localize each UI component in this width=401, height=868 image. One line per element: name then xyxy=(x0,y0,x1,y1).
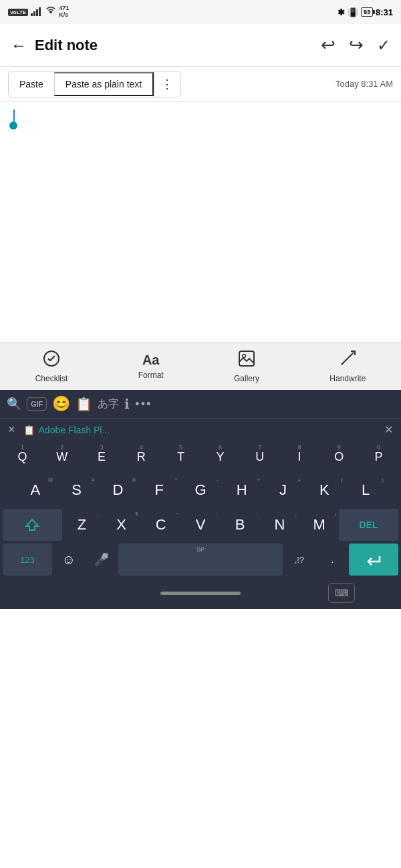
checklist-icon xyxy=(43,350,60,371)
format-label: Format xyxy=(138,371,164,380)
key-z[interactable]: -Z xyxy=(62,509,102,541)
home-indicator[interactable] xyxy=(160,592,241,595)
key-c[interactable]: "C xyxy=(141,509,180,541)
shift-key[interactable] xyxy=(3,509,62,541)
key-l[interactable]: )L xyxy=(345,474,386,506)
wifi-signal xyxy=(45,7,56,17)
svg-rect-0 xyxy=(31,13,33,16)
key-o[interactable]: 9O xyxy=(319,442,359,471)
app-bar: ← Edit note ↩ ↪ ✓ xyxy=(0,24,401,67)
clipboard-row: × 📋 Adobe Flash Pl... ✕ xyxy=(0,418,401,441)
gallery-icon xyxy=(238,350,255,371)
key-t[interactable]: 5T xyxy=(161,442,200,471)
sticker-icon[interactable]: 😊 xyxy=(52,395,70,413)
back-button[interactable]: ← xyxy=(11,36,27,55)
battery-indicator: 93 xyxy=(361,7,373,17)
confirm-button[interactable]: ✓ xyxy=(377,36,390,55)
checklist-label: Checklist xyxy=(35,374,68,383)
paste-more-button[interactable]: ⋮ xyxy=(154,71,180,97)
bottom-kb-row: 123 ☺ 🎤 SP ,!? . xyxy=(0,542,401,577)
note-toolbar: Checklist Aa Format Gallery Handwrite xyxy=(0,342,401,390)
translate-icon[interactable]: あ字 xyxy=(98,397,119,411)
app-bar-right: ↩ ↪ ✓ xyxy=(321,35,390,55)
gallery-label: Gallery xyxy=(234,374,259,383)
key-b[interactable]: :B xyxy=(221,509,260,541)
qwerty-row: 1Q 2W 3E 4R 5T 6Y 7U 8I 9O 0P xyxy=(0,441,401,473)
key-a[interactable]: @A xyxy=(15,474,56,506)
key-k[interactable]: (K xyxy=(303,474,345,506)
handwrite-button[interactable]: Handwrite xyxy=(329,350,366,383)
handwrite-label: Handwrite xyxy=(329,374,366,383)
gif-icon[interactable]: GIF xyxy=(27,397,47,411)
keyboard-hide-button[interactable]: ⌨ xyxy=(328,583,355,603)
gallery-button[interactable]: Gallery xyxy=(234,350,259,383)
svg-rect-6 xyxy=(239,351,254,366)
enter-key[interactable] xyxy=(349,544,398,576)
key-j[interactable]: =J xyxy=(263,474,304,506)
app-bar-left: ← Edit note xyxy=(11,36,98,55)
period-key[interactable]: . xyxy=(316,544,349,576)
signal-strength xyxy=(31,7,43,17)
svg-point-4 xyxy=(49,11,52,13)
svg-point-7 xyxy=(242,354,245,357)
cursor-indicator xyxy=(9,122,17,130)
keyboard-top-row: 🔍 GIF 😊 📋 あ字 ℹ ••• xyxy=(0,390,401,418)
svg-marker-10 xyxy=(26,519,38,530)
svg-rect-1 xyxy=(33,11,35,16)
cursor-line xyxy=(13,110,15,122)
key-x[interactable]: ₹X xyxy=(102,509,141,541)
clipboard-suggestion-text[interactable]: Adobe Flash Pl... xyxy=(39,425,384,435)
mic-key[interactable]: 🎤 xyxy=(85,544,118,576)
key-r[interactable]: 4R xyxy=(122,442,161,471)
num123-key[interactable]: 123 xyxy=(3,544,52,576)
handwrite-icon xyxy=(339,350,356,371)
format-button[interactable]: Aa Format xyxy=(138,353,164,380)
keyboard: 🔍 GIF 😊 📋 あ字 ℹ ••• × 📋 Adobe Flash Pl...… xyxy=(0,390,401,609)
punct-key[interactable]: ,!? xyxy=(283,544,315,576)
key-n[interactable]: ;N xyxy=(260,509,299,541)
paste-plain-button[interactable]: Paste as plain text xyxy=(54,72,154,96)
status-bar: VoLTE 471K/s ✱ 📳 93 8:31 xyxy=(0,0,401,24)
key-p[interactable]: 0P xyxy=(359,442,398,471)
key-h[interactable]: +H xyxy=(221,474,263,506)
key-q[interactable]: 1Q xyxy=(3,442,42,471)
bottom-nav: ⌨ xyxy=(0,577,401,609)
search-icon[interactable]: 🔍 xyxy=(7,397,21,411)
editor-area[interactable] xyxy=(0,101,401,342)
svg-rect-2 xyxy=(36,9,38,16)
key-d[interactable]: &D xyxy=(98,474,139,506)
info-icon[interactable]: ℹ xyxy=(124,396,130,412)
clipboard-kb-icon[interactable]: 📋 xyxy=(76,396,92,412)
vibrate-icon: 📳 xyxy=(348,7,358,17)
asdf-row: @A #S &D *F -G +H =J (K )L xyxy=(0,473,401,507)
speed-indicator: 471K/s xyxy=(59,5,69,19)
key-s[interactable]: #S xyxy=(56,474,98,506)
volte-badge: VoLTE xyxy=(8,9,28,16)
clipboard-close-button[interactable]: ✕ xyxy=(384,423,393,436)
paste-button[interactable]: Paste xyxy=(9,73,54,95)
key-f[interactable]: *F xyxy=(138,474,180,506)
redo-button[interactable]: ↪ xyxy=(349,35,364,55)
clipboard-expand-button[interactable]: × xyxy=(8,423,15,437)
key-i[interactable]: 8I xyxy=(279,442,319,471)
key-g[interactable]: -G xyxy=(180,474,221,506)
undo-button[interactable]: ↩ xyxy=(321,35,336,55)
svg-line-9 xyxy=(342,363,344,365)
checklist-button[interactable]: Checklist xyxy=(35,350,68,383)
delete-key[interactable]: DEL xyxy=(339,509,398,541)
zxcv-row: -Z ₹X "C 'V :B ;N /M DEL xyxy=(0,507,401,542)
key-v[interactable]: 'V xyxy=(180,509,220,541)
emoji-key[interactable]: ☺ xyxy=(52,544,85,576)
paste-toolbar-options: Paste Paste as plain text ⋮ xyxy=(8,71,180,97)
paste-timestamp: Today 8:31 AM xyxy=(336,79,393,89)
clipboard-row-icon: 📋 xyxy=(23,425,35,435)
key-m[interactable]: /M xyxy=(299,509,339,541)
key-u[interactable]: 7U xyxy=(240,442,279,471)
more-kb-icon[interactable]: ••• xyxy=(135,397,152,411)
page-title: Edit note xyxy=(35,37,98,54)
paste-toolbar: Paste Paste as plain text ⋮ Today 8:31 A… xyxy=(0,67,401,101)
space-key[interactable]: SP xyxy=(118,544,283,576)
key-y[interactable]: 6Y xyxy=(200,442,240,471)
key-e[interactable]: 3E xyxy=(82,442,121,471)
key-w[interactable]: 2W xyxy=(42,442,82,471)
